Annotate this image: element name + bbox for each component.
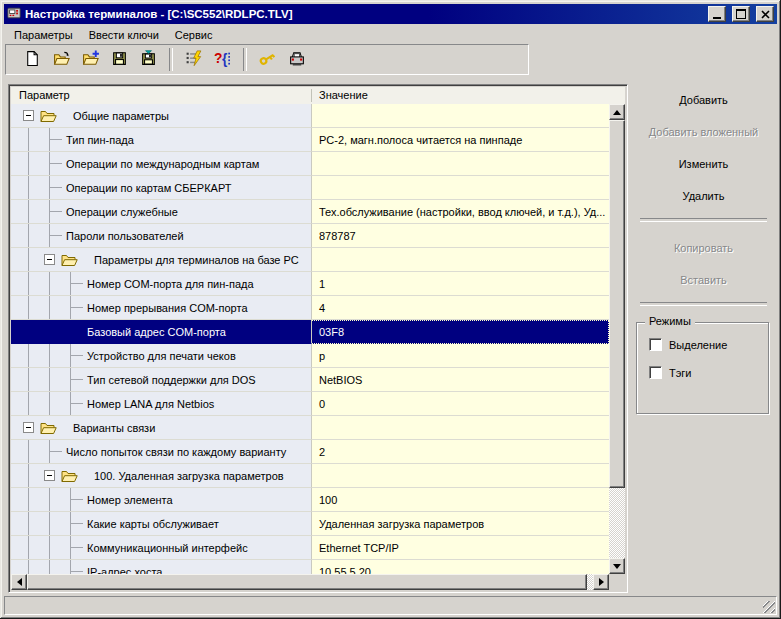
- collapse-toggle-icon[interactable]: [23, 110, 34, 121]
- tree-guide-line: [28, 512, 29, 535]
- action-button-3[interactable]: Удалить: [636, 186, 771, 206]
- arrow-up-icon: [613, 110, 621, 115]
- vertical-scrollbar[interactable]: [609, 104, 625, 574]
- menu-item-0[interactable]: Параметры: [6, 27, 81, 43]
- terminal-printer-button[interactable]: [282, 47, 311, 73]
- table-row[interactable]: Устройство для печати чековp: [11, 344, 609, 368]
- scroll-left-button[interactable]: [11, 574, 27, 590]
- close-icon: [757, 7, 773, 21]
- help-syntax-button[interactable]: ?{: [208, 47, 237, 73]
- menu-item-2[interactable]: Сервис: [167, 27, 221, 43]
- tree-guide-line: [49, 392, 50, 415]
- parameter-label: Номер элемента: [87, 488, 173, 511]
- open-folder-icon: [40, 109, 57, 125]
- checkbox-0[interactable]: [649, 338, 662, 351]
- column-divider[interactable]: [311, 89, 312, 102]
- close-button[interactable]: [756, 6, 774, 22]
- table-row[interactable]: Коммуникационный интерфейсEthernet TCP/I…: [11, 536, 609, 560]
- mode-option: Выделение: [649, 338, 768, 351]
- value-cell: Ethernet TCP/IP: [311, 536, 609, 560]
- vertical-scroll-thumb[interactable]: [609, 120, 625, 488]
- value-cell: 2: [311, 440, 609, 464]
- parameter-cell: Операции по картам СБЕРКАРТ: [11, 176, 311, 200]
- tree-guide-line: [28, 560, 29, 574]
- tree-branch-tick: [70, 547, 83, 548]
- scroll-right-button[interactable]: [593, 574, 609, 590]
- table-header[interactable]: Параметр Значение: [11, 87, 625, 105]
- table-row[interactable]: Операции по международным картам: [11, 152, 609, 176]
- table-row[interactable]: Номер LANA для Netbios0: [11, 392, 609, 416]
- open-add-button[interactable]: [76, 47, 105, 73]
- value-cell: Тех.обслуживание (настройки, ввод ключей…: [311, 200, 609, 224]
- table-row[interactable]: Операции по картам СБЕРКАРТ: [11, 176, 609, 200]
- open-add-icon: [82, 50, 100, 69]
- parameter-cell: Параметры для терминалов на базе PC: [11, 248, 311, 272]
- column-header-value[interactable]: Значение: [319, 89, 368, 101]
- collapse-toggle-icon[interactable]: [23, 422, 34, 433]
- action-panel: ДобавитьДобавить вложенныйИзменитьУдалит…: [632, 86, 775, 589]
- minimize-button[interactable]: [708, 6, 726, 22]
- table-row[interactable]: Пароли пользователей878787: [11, 224, 609, 248]
- table-row[interactable]: Номер элемента100: [11, 488, 609, 512]
- validate-lightning-button[interactable]: [179, 47, 208, 73]
- value-cell: [311, 152, 609, 176]
- open-file-button[interactable]: [47, 47, 76, 73]
- open-folder-icon: [40, 421, 57, 437]
- value-cell: 03F8: [311, 320, 609, 344]
- new-document-button[interactable]: [18, 47, 47, 73]
- key-button[interactable]: [253, 47, 282, 73]
- parameter-label: Общие параметры: [73, 104, 169, 127]
- tree-guide-line: [28, 224, 29, 247]
- tree-guide-line: [49, 560, 50, 574]
- toolbar-separator: [243, 48, 247, 71]
- action-button-2[interactable]: Изменить: [636, 154, 771, 174]
- collapse-toggle-icon[interactable]: [44, 470, 55, 481]
- table-row[interactable]: Общие параметры: [11, 104, 609, 128]
- collapse-toggle-icon[interactable]: [44, 254, 55, 265]
- key-icon: [258, 50, 277, 69]
- open-folder-icon: [61, 253, 78, 269]
- table-row[interactable]: Базовый адрес COM-порта03F8: [11, 320, 609, 344]
- title-bar[interactable]: Настройка терминалов - [C:\SC552\RDLPC.T…: [4, 4, 777, 24]
- table-row[interactable]: 100. Удаленная загрузка параметров: [11, 464, 609, 488]
- table-row[interactable]: Число попыток связи по каждому варианту2: [11, 440, 609, 464]
- table-row[interactable]: Тип сетевой поддержки для DOSNetBIOS: [11, 368, 609, 392]
- save-all-button[interactable]: [134, 47, 163, 73]
- tree-branch-tick: [49, 451, 62, 452]
- table-row[interactable]: Тип пин-падаPC-2, магн.полоса читается н…: [11, 128, 609, 152]
- table-row[interactable]: Операции служебныеТех.обслуживание (наст…: [11, 200, 609, 224]
- horizontal-scroll-thumb[interactable]: [27, 574, 587, 590]
- action-button-0[interactable]: Добавить: [636, 90, 771, 110]
- status-bar: [4, 596, 777, 615]
- column-header-parameter[interactable]: Параметр: [19, 89, 70, 101]
- value-cell: [311, 464, 609, 488]
- table-row[interactable]: Номер COM-порта для пин-пада1: [11, 272, 609, 296]
- table-row[interactable]: Варианты связи: [11, 416, 609, 440]
- parameter-cell: Номер прерывания COM-порта: [11, 296, 311, 320]
- maximize-button[interactable]: [732, 6, 750, 22]
- toolbar: ?{: [5, 44, 529, 75]
- tree-guide-line: [49, 296, 50, 319]
- parameter-cell: Число попыток связи по каждому варианту: [11, 440, 311, 464]
- validate-lightning-icon: [185, 50, 203, 69]
- checkbox-1[interactable]: [649, 366, 662, 379]
- parameter-cell: Номер COM-порта для пин-пада: [11, 272, 311, 296]
- parameter-label: Номер LANA для Netbios: [87, 392, 214, 415]
- value-cell: [311, 104, 609, 128]
- parameter-label: Номер прерывания COM-порта: [87, 296, 248, 319]
- scroll-up-button[interactable]: [609, 104, 625, 120]
- menu-item-1[interactable]: Ввести ключи: [81, 27, 167, 43]
- parameter-cell: Тип сетевой поддержки для DOS: [11, 368, 311, 392]
- parameter-label: Пароли пользователей: [66, 224, 184, 247]
- horizontal-scrollbar[interactable]: [11, 574, 609, 590]
- table-row[interactable]: Номер прерывания COM-порта4: [11, 296, 609, 320]
- table-row[interactable]: Какие карты обслуживаетУдаленная загрузк…: [11, 512, 609, 536]
- resize-grip[interactable]: [763, 601, 775, 613]
- table-row[interactable]: IP-адрес хоста10.55.5.20: [11, 560, 609, 574]
- save-button[interactable]: [105, 47, 134, 73]
- parameter-label: IP-адрес хоста: [87, 560, 162, 574]
- scroll-down-button[interactable]: [609, 558, 625, 574]
- tree-branch-tick: [70, 379, 83, 380]
- table-row[interactable]: Параметры для терминалов на базе PC: [11, 248, 609, 272]
- tree-guide-line: [28, 488, 29, 511]
